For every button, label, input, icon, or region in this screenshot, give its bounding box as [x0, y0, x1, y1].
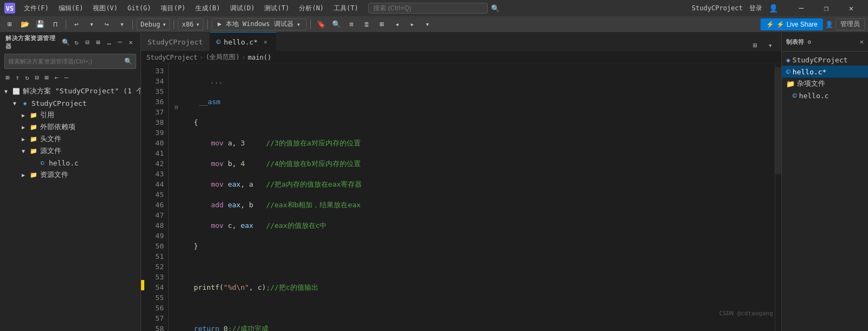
sb-toolbar-icon6[interactable]: ← [52, 73, 61, 82]
tab-studycproject[interactable]: StudyCProject [141, 32, 210, 51]
breadcrumb-project[interactable]: StudyCProject [146, 54, 197, 61]
open-btn[interactable]: 📂 [18, 18, 31, 30]
menu-git[interactable]: Git(G) [123, 3, 155, 13]
menu-file[interactable]: 文件(F) [20, 3, 53, 14]
tree-item-hello-c[interactable]: ▶ © hello.c [0, 157, 141, 169]
debug-config-dropdown[interactable]: Debug ▾ [137, 18, 170, 30]
header-files-label: 头文件 [40, 134, 61, 144]
undo-btn[interactable]: ↩ [70, 18, 83, 30]
comment-btn[interactable]: ⊞ [375, 18, 388, 30]
rp-icon-misc: 📁 [786, 80, 795, 88]
sb-toolbar-icon7[interactable]: — [62, 73, 71, 82]
chevron-refs: ▶ [22, 112, 29, 118]
account-toolbar-icon[interactable]: 👤 [825, 21, 833, 28]
search-toolbar-btn[interactable]: 🔍 [330, 18, 343, 30]
outdent-btn[interactable]: ≣ [360, 18, 373, 30]
redo-dropdown[interactable]: ▾ [116, 18, 129, 30]
tree-item-solution[interactable]: ▼ ⬜ 解决方案 "StudyCProject" (1 个项目/共 1 个) [0, 85, 141, 97]
nav-down-btn[interactable]: ▾ [421, 18, 434, 30]
resource-files-label: 资源文件 [40, 170, 68, 180]
platform-dropdown[interactable]: x86 ▾ [178, 18, 203, 30]
sb-toolbar-icon4[interactable]: ⊟ [33, 73, 41, 82]
refresh-icon[interactable]: ↻ [72, 38, 81, 47]
breadcrumb-sep2: › [242, 54, 246, 61]
login-button[interactable]: 登录 [749, 4, 762, 13]
minimize-button[interactable]: ─ [789, 0, 814, 16]
menu-analyze[interactable]: 分析(N) [295, 3, 328, 14]
sidebar-search[interactable]: 🔍 [4, 54, 136, 69]
sb-toolbar-icon3[interactable]: ↻ [23, 73, 31, 82]
sb-toolbar-icon5[interactable]: ⊞ [42, 73, 51, 82]
search-input[interactable] [368, 3, 488, 14]
tree-item-header-files[interactable]: ▶ 📁 头文件 [0, 133, 141, 145]
more-icon[interactable]: … [105, 38, 113, 47]
tree-item-external-deps[interactable]: ▶ 📁 外部依赖项 [0, 121, 141, 133]
menu-project[interactable]: 项目(P) [156, 3, 190, 14]
run-button[interactable]: ▶ 本地 Windows 调试器 ▾ [212, 18, 307, 30]
live-share-button[interactable]: ⚡ ⚡ Live Share [761, 18, 823, 30]
ext-deps-label: 外部依赖项 [40, 122, 75, 132]
chevron-resources: ▶ [22, 172, 29, 178]
tree-item-references[interactable]: ▶ 📁 引用 [0, 109, 141, 121]
breadcrumb-function[interactable]: main() [248, 54, 271, 61]
admin-button[interactable]: 管理员 [835, 18, 865, 30]
new-vertical-tab-btn[interactable]: ⊞ [749, 39, 762, 51]
bookmark-btn[interactable]: 🔖 [315, 18, 328, 30]
tree-item-source-files[interactable]: ▼ 📁 源文件 [0, 145, 141, 157]
restore-button[interactable]: ❐ [814, 0, 839, 16]
rp-item-hello-c-sub[interactable]: © hello.c [782, 90, 868, 101]
unpin-icon[interactable]: ✕ [126, 38, 135, 47]
sb-toolbar-icon2[interactable]: ↑ [13, 73, 22, 82]
close-button[interactable]: ✕ [839, 0, 864, 16]
window-controls: ─ ❐ ✕ [789, 0, 864, 16]
sep3 [174, 20, 174, 29]
undo-dropdown[interactable]: ▾ [85, 18, 98, 30]
breadcrumb-scope[interactable]: (全局范围) [206, 53, 239, 62]
tab-close-hello-c[interactable]: ✕ [261, 37, 270, 46]
hello-c-label: hello.c [49, 159, 79, 167]
tree-item-project[interactable]: ▼ ◈ StudyCProject [0, 97, 141, 109]
code-line-41: } [177, 241, 775, 251]
chevron-project: ▼ [13, 100, 21, 106]
collapse-all-icon[interactable]: ⊟ [83, 38, 92, 47]
menu-tools[interactable]: 工具(T) [329, 3, 363, 14]
account-icon[interactable]: 👤 [769, 4, 778, 12]
menu-build[interactable]: 生成(B) [191, 3, 225, 14]
rp-item-hello-c-active[interactable]: © hello.c* [782, 66, 868, 78]
new-project-btn[interactable]: ⊞ [3, 18, 16, 30]
rp-item-studycproject[interactable]: ◈ StudyCProject [782, 54, 868, 66]
rp-item-misc-files[interactable]: 📁 杂项文件 [782, 78, 868, 90]
search-sidebar-icon[interactable]: 🔍 [61, 38, 70, 47]
watermark: CSDN @cdtaogang [719, 310, 773, 317]
right-panel-close-icon[interactable]: ✕ [860, 38, 864, 46]
refs-label: 引用 [40, 110, 54, 120]
nav-prev-btn[interactable]: ◂ [391, 18, 404, 30]
code-line-35: { [177, 117, 775, 128]
search-icon: 🔍 [491, 4, 500, 12]
filter-icon[interactable]: ⊞ [94, 38, 103, 47]
tab-label-studycproject: StudyCProject [148, 38, 203, 46]
menu-debug[interactable]: 调试(D) [226, 3, 259, 14]
tree-item-resource-files[interactable]: ▶ 📁 资源文件 [0, 169, 141, 181]
minimap[interactable] [775, 63, 781, 331]
menu-view[interactable]: 视图(V) [88, 3, 122, 14]
sidebar-search-input[interactable] [8, 58, 122, 65]
code-content[interactable]: ... ⊟ __asm { mov a, 3 //3的值放在a对应内存的位置 m… [169, 63, 775, 331]
save-all-btn[interactable]: ⊓ [49, 18, 62, 30]
sb-toolbar-icon1[interactable]: ⊞ [3, 73, 12, 82]
fold-34[interactable]: ⊟ [175, 102, 178, 112]
menu-test[interactable]: 测试(T) [260, 3, 293, 14]
save-btn[interactable]: 💾 [34, 18, 47, 30]
indent-btn[interactable]: ≡ [345, 18, 358, 30]
right-panel-tree: ◈ StudyCProject © hello.c* 📁 杂项文件 © hell… [782, 52, 868, 331]
redo-btn[interactable]: ↪ [100, 18, 113, 30]
code-line-44 [177, 303, 775, 313]
menu-edit[interactable]: 编辑(E) [54, 3, 88, 14]
resource-files-icon: 📁 [29, 170, 38, 179]
tab-list-btn[interactable]: ▾ [764, 39, 777, 51]
header-files-icon: 📁 [29, 135, 38, 143]
tab-hello-c[interactable]: © hello.c* ✕ [210, 32, 277, 51]
rp-label-hello-c-sub: hello.c [799, 92, 829, 100]
pin-icon[interactable]: ─ [116, 38, 124, 47]
nav-next-btn[interactable]: ▸ [406, 18, 419, 30]
